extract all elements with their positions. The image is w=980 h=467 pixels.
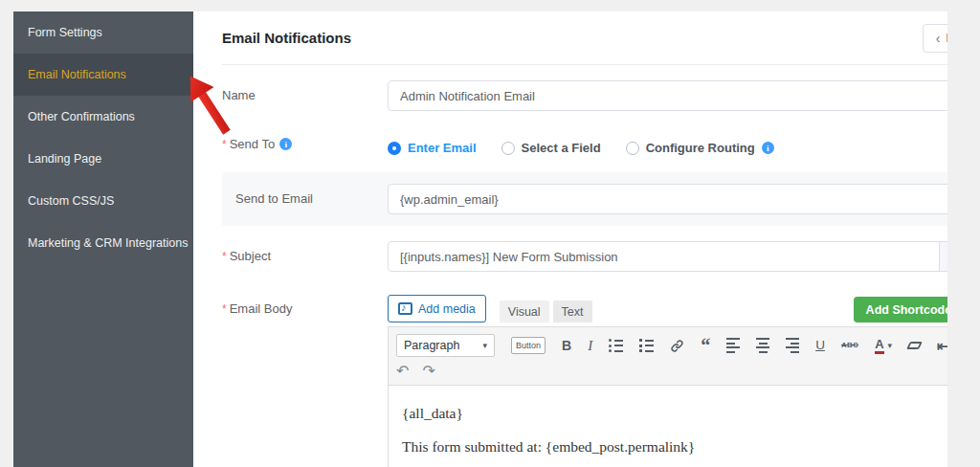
subject-label: Subject bbox=[230, 249, 271, 263]
outdent-icon[interactable]: ⇤ bbox=[937, 339, 947, 353]
media-icon bbox=[398, 302, 412, 315]
required-asterisk: * bbox=[222, 250, 227, 263]
back-label: Back bbox=[946, 32, 947, 45]
blockquote-icon[interactable]: “ bbox=[701, 340, 710, 351]
editor-mode-tabs: Visual Text bbox=[500, 300, 592, 322]
radio-configure-routing-label: Configure Routing bbox=[646, 141, 755, 155]
name-field-row: Name bbox=[222, 80, 947, 111]
insert-button-button[interactable]: Button bbox=[511, 337, 546, 354]
link-icon[interactable] bbox=[670, 339, 684, 353]
editor-paragraph: {all_data} bbox=[402, 405, 947, 422]
rich-text-editor: Paragraph ▾ Button B I “ bbox=[388, 326, 947, 467]
undo-icon[interactable]: ↶ bbox=[396, 364, 409, 379]
bold-icon[interactable]: B bbox=[562, 339, 571, 352]
paragraph-format-select[interactable]: Paragraph ▾ bbox=[396, 334, 495, 357]
radio-select-a-field-label: Select a Field bbox=[522, 141, 601, 155]
send-to-email-input-wrap bbox=[388, 184, 947, 214]
info-icon[interactable]: i bbox=[279, 138, 292, 150]
strikethrough-icon[interactable]: ABC bbox=[841, 342, 858, 349]
required-asterisk: * bbox=[222, 138, 227, 151]
chevron-down-icon: ▾ bbox=[888, 342, 893, 350]
text-color-icon[interactable]: A▾ bbox=[875, 338, 892, 354]
back-button[interactable]: ‹ Back bbox=[923, 24, 947, 53]
send-to-email-row: Send to Email bbox=[222, 172, 947, 226]
chevron-down-icon: ▾ bbox=[482, 341, 487, 350]
italic-icon[interactable]: I bbox=[588, 339, 592, 353]
radio-selected-icon bbox=[388, 142, 401, 155]
name-input[interactable] bbox=[389, 81, 947, 110]
send-to-label: Send To bbox=[230, 137, 275, 151]
clear-formatting-icon[interactable] bbox=[908, 342, 921, 349]
name-input-wrap bbox=[388, 80, 947, 111]
radio-enter-email-label: Enter Email bbox=[408, 141, 477, 155]
add-shortcodes-label: Add Shortcodes bbox=[866, 303, 947, 317]
sidebar-item-marketing-crm[interactable]: Marketing & CRM Integrations bbox=[13, 222, 193, 264]
radio-select-a-field[interactable]: Select a Field bbox=[501, 141, 601, 155]
editor-controls: Add media Visual Text Add Shortcodes ∨ bbox=[388, 295, 947, 322]
tab-visual[interactable]: Visual bbox=[500, 300, 549, 322]
align-center-icon[interactable] bbox=[756, 338, 769, 353]
align-left-icon[interactable] bbox=[726, 338, 740, 353]
chevron-left-icon: ‹ bbox=[936, 32, 941, 45]
panel-header: Email Notifications ‹ Back bbox=[222, 11, 947, 65]
sidebar-item-landing-page[interactable]: Landing Page bbox=[13, 138, 193, 180]
radio-configure-routing[interactable]: Configure Routing i bbox=[626, 141, 774, 155]
align-right-icon[interactable] bbox=[786, 338, 799, 353]
more-options-icon[interactable]: ⋯ bbox=[939, 242, 947, 271]
paragraph-format-value: Paragraph bbox=[404, 339, 459, 352]
editor-paragraph: This form submitted at: {embed_post.perm… bbox=[402, 438, 947, 456]
settings-sidebar: Form Settings Email Notifications Other … bbox=[13, 11, 193, 467]
add-media-button[interactable]: Add media bbox=[388, 295, 486, 322]
email-body-field-row: *Email Body Add media Visual Text Add Sh… bbox=[222, 295, 947, 467]
sidebar-item-other-confirmations[interactable]: Other Confirmations bbox=[13, 96, 193, 138]
subject-field-row: *Subject ⋯ bbox=[222, 241, 947, 272]
subject-input-wrap: ⋯ bbox=[388, 241, 947, 272]
settings-card: Form Settings Email Notifications Other … bbox=[13, 11, 947, 467]
required-asterisk: * bbox=[222, 302, 227, 316]
send-to-radio-group: Enter Email Select a Field Configure Rou… bbox=[388, 137, 947, 155]
subject-input[interactable] bbox=[389, 242, 939, 271]
add-shortcodes-button[interactable]: Add Shortcodes ∨ bbox=[854, 297, 947, 322]
name-label: Name bbox=[222, 80, 388, 102]
redo-icon[interactable]: ↷ bbox=[422, 364, 434, 379]
radio-unselected-icon bbox=[501, 142, 515, 155]
radio-unselected-icon bbox=[626, 142, 639, 155]
send-to-email-label: Send to Email bbox=[235, 184, 388, 206]
add-media-label: Add media bbox=[418, 302, 476, 316]
sidebar-item-form-settings[interactable]: Form Settings bbox=[13, 11, 193, 54]
editor-toolbar: Paragraph ▾ Button B I “ bbox=[389, 327, 947, 386]
radio-enter-email[interactable]: Enter Email bbox=[388, 141, 477, 155]
sidebar-item-email-notifications[interactable]: Email Notifications bbox=[13, 54, 193, 96]
info-icon[interactable]: i bbox=[762, 142, 774, 154]
sidebar-item-custom-css-js[interactable]: Custom CSS/JS bbox=[13, 180, 193, 222]
send-to-field-row: *Send To i Enter Email Select a Field bbox=[222, 137, 947, 155]
editor-content[interactable]: {all_data} This form submitted at: {embe… bbox=[389, 386, 947, 467]
bullet-list-icon[interactable] bbox=[609, 339, 623, 352]
tab-text[interactable]: Text bbox=[553, 300, 592, 322]
text-color-letter: A bbox=[875, 338, 883, 354]
underline-icon[interactable]: U bbox=[815, 339, 825, 352]
numbered-list-icon[interactable] bbox=[639, 339, 654, 352]
page-title: Email Notifications bbox=[222, 30, 351, 46]
send-to-email-input[interactable] bbox=[389, 185, 947, 213]
email-body-label: Email Body bbox=[230, 301, 293, 316]
email-notifications-panel: Email Notifications ‹ Back Name *Send To… bbox=[193, 11, 947, 467]
